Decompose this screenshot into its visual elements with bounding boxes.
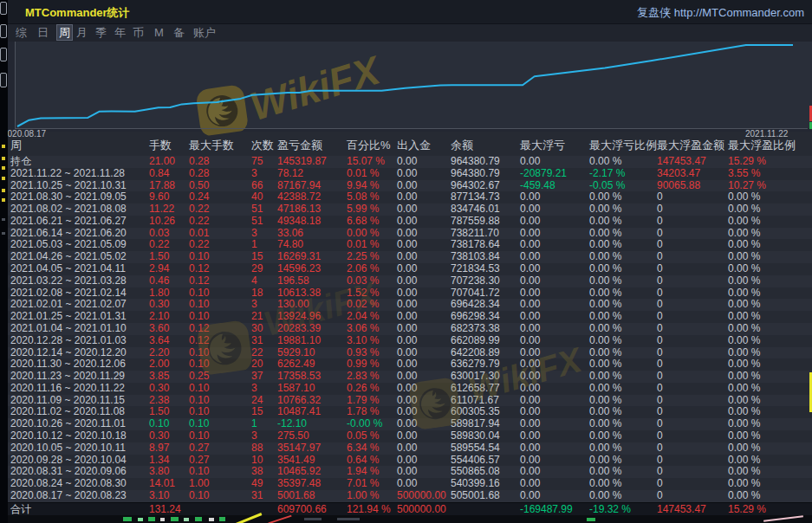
edge-button[interactable]	[0, 2, 7, 15]
table-cell: 0.00 %	[728, 371, 760, 383]
column-header-12[interactable]: 最大浮盈比例	[728, 136, 796, 155]
table-cell: 0.00	[397, 156, 417, 168]
column-header-2[interactable]: 手数	[149, 136, 172, 155]
table-cell: 0.10	[189, 311, 209, 323]
column-header-9[interactable]: 最大浮亏	[520, 136, 565, 155]
table-row[interactable]: 2021.01.25 ~ 2021.01.312.100.102113924.9…	[8, 311, 812, 323]
table-cell: 0.84	[149, 168, 169, 180]
table-cell: 0.00	[397, 430, 417, 442]
table-cell: -0.00 %	[347, 418, 382, 430]
table-row[interactable]: 2020.11.02 ~ 2020.11.081.500.101510487.4…	[8, 406, 812, 418]
table-cell: 2020.08.24 ~ 2020.08.30	[10, 478, 127, 490]
table-row[interactable]: 2021.02.08 ~ 2021.02.141.800.101810613.3…	[8, 287, 812, 300]
table-cell: 0.00 %	[589, 490, 621, 502]
menu-item-10[interactable]: 账户	[193, 25, 216, 40]
table-row[interactable]: 2020.10.26 ~ 2020.11.010.100.101-12.10-0…	[8, 418, 812, 430]
column-header-3[interactable]: 最大手数	[189, 136, 234, 155]
menu-item-8[interactable]: M	[154, 25, 164, 40]
table-row[interactable]: 2020.10.12 ~ 2020.10.180.300.103275.500.…	[8, 430, 812, 442]
table-row[interactable]: 2021.10.25 ~ 2021.10.3117.880.506687167.…	[8, 180, 812, 192]
table-cell: 88	[251, 442, 263, 455]
table-cell: 0.00	[520, 275, 540, 287]
column-header-5[interactable]: 盈亏金额	[277, 136, 322, 155]
column-header-7[interactable]: 出入金	[397, 136, 431, 155]
column-header-1[interactable]: 周	[10, 136, 22, 155]
menu-item-6[interactable]: 年	[114, 25, 126, 40]
table-cell: 589554.54	[451, 442, 500, 455]
table-cell: 540399.16	[451, 478, 500, 490]
table-cell: 0.00 %	[589, 323, 621, 335]
table-cell: 0.00 %	[728, 418, 760, 430]
table-cell: 0.00 %	[589, 216, 621, 228]
table-cell: 0.00	[397, 418, 417, 430]
table-row[interactable]: 2021.04.05 ~ 2021.04.112.940.122914596.2…	[8, 263, 812, 275]
table-cell: 0.10	[189, 430, 209, 442]
table-row[interactable]: 2020.08.24 ~ 2020.08.3014.011.004935397.…	[8, 478, 812, 490]
table-row[interactable]: 2021.04.26 ~ 2021.05.021.500.101516269.3…	[8, 251, 812, 263]
table-row[interactable]: 2021.11.22 ~ 2021.11.280.840.28378.120.0…	[8, 168, 812, 180]
menu-item-3[interactable]: 周	[56, 24, 73, 41]
table-cell: 31	[251, 490, 263, 502]
table-cell: 1587.10	[277, 383, 315, 395]
table-cell: 2020.10.05 ~ 2020.10.11	[10, 442, 126, 455]
table-row[interactable]: 2021.01.04 ~ 2021.01.103.600.123020283.3…	[8, 323, 812, 335]
table-cell: 787559.88	[451, 216, 500, 228]
table-cell: 0.00 %	[589, 275, 621, 287]
balance-chart-area	[8, 42, 812, 132]
table-cell: 0	[657, 263, 663, 275]
column-header-8[interactable]: 余额	[451, 136, 473, 155]
menu-item-2[interactable]: 日	[37, 25, 49, 40]
table-cell: 20283.39	[277, 323, 321, 335]
menu-item-4[interactable]: 月	[76, 25, 88, 40]
table-row[interactable]: 2020.11.09 ~ 2020.11.152.380.102410766.3…	[8, 395, 812, 407]
table-cell: 0.01 %	[347, 168, 379, 180]
table-row[interactable]: 2020.08.17 ~ 2020.08.233.100.10315001.68…	[8, 490, 812, 502]
table-row[interactable]: 2021.03.22 ~ 2021.03.280.460.124196.580.…	[8, 275, 812, 287]
table-row[interactable]: 2020.12.14 ~ 2020.12.202.200.10225929.10…	[8, 347, 812, 359]
edge-button[interactable]	[0, 48, 7, 61]
table-row[interactable]: 2020.11.16 ~ 2020.11.220.300.1031587.100…	[8, 383, 812, 395]
table-cell: 5001.68	[277, 490, 315, 502]
edge-button[interactable]	[0, 24, 7, 38]
table-cell: 2020.10.12 ~ 2020.10.18	[10, 430, 127, 442]
chart-plot-background	[15, 42, 812, 128]
table-cell: 2.94	[149, 263, 169, 275]
menu-item-9[interactable]: 备	[173, 25, 185, 40]
table-row[interactable]: 持仓21.000.2875145319.8715.07 %0.00964380.…	[8, 156, 812, 168]
table-cell: 13924.96	[277, 311, 321, 323]
table-row[interactable]: 2020.09.28 ~ 2020.10.041.340.27103541.49…	[8, 455, 812, 467]
table-cell: 0.00 %	[728, 335, 760, 347]
table-row[interactable]: 2020.12.28 ~ 2021.01.033.640.123119881.1…	[8, 335, 812, 347]
table-row[interactable]: 2021.08.02 ~ 2021.08.0811.220.225147186.…	[8, 203, 812, 216]
column-header-10[interactable]: 最大浮亏比例	[589, 136, 657, 155]
table-cell: 505001.68	[451, 490, 500, 502]
table-cell: 0.30	[149, 430, 169, 442]
table-row[interactable]: 2021.06.21 ~ 2021.06.2710.260.225149348.…	[8, 216, 812, 228]
menu-item-5[interactable]: 季	[95, 25, 107, 40]
left-edge-strip	[0, 0, 8, 523]
column-header-4[interactable]: 次数	[251, 136, 274, 155]
table-cell: 4	[251, 275, 257, 287]
edge-button[interactable]	[0, 73, 7, 87]
table-row[interactable]: 2021.02.01 ~ 2021.02.070.300.103130.000.…	[8, 299, 812, 311]
table-row[interactable]: 2021.08.30 ~ 2021.09.059.600.244042388.7…	[8, 191, 812, 203]
table-row[interactable]: 2021.06.14 ~ 2021.06.200.030.01333.060.0…	[8, 228, 812, 240]
vendor-link[interactable]: 复盘侠 http://MTCommander.com	[637, 5, 804, 21]
table-cell: -2.17 %	[589, 168, 625, 180]
table-cell: 0.00 %	[728, 490, 760, 502]
table-cell: 0.00	[397, 323, 417, 335]
table-row[interactable]: 2020.11.30 ~ 2020.12.062.000.10206262.49…	[8, 358, 812, 371]
table-cell: 1.00	[189, 478, 209, 490]
table-row[interactable]: 2020.10.05 ~ 2020.10.118.970.278835147.9…	[8, 442, 812, 455]
table-row[interactable]: 2020.11.23 ~ 2020.11.293.850.253717358.5…	[8, 371, 812, 383]
table-row[interactable]: 2021.05.03 ~ 2021.05.090.220.22174.800.0…	[8, 239, 812, 251]
total-cell: 合计	[10, 503, 31, 516]
menu-item-1[interactable]: 综	[16, 25, 27, 40]
menu-item-7[interactable]: 币	[133, 25, 144, 40]
table-cell: 589830.04	[451, 430, 500, 442]
table-cell: 0.00	[520, 323, 540, 335]
table-row[interactable]: 2020.08.31 ~ 2020.09.063.800.103810465.9…	[8, 466, 812, 478]
column-header-6[interactable]: 百分比%	[347, 136, 391, 155]
column-header-11[interactable]: 最大浮盈金额	[657, 136, 724, 155]
table-cell: 0.00 %	[728, 383, 760, 395]
